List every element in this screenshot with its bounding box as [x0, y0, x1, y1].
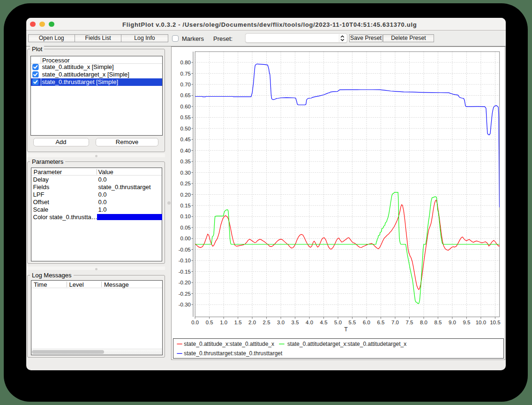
- svg-text:0.35: 0.35: [180, 159, 191, 164]
- svg-text:5.5: 5.5: [349, 320, 356, 325]
- svg-text:0.00: 0.00: [180, 236, 191, 241]
- svg-text:1.5: 1.5: [234, 320, 242, 325]
- svg-text:1.0: 1.0: [220, 320, 227, 325]
- svg-text:4.0: 4.0: [306, 320, 313, 325]
- svg-text:-0.20: -0.20: [179, 280, 191, 285]
- svg-text:-0.25: -0.25: [179, 291, 191, 297]
- svg-text:6.5: 6.5: [377, 320, 385, 325]
- svg-text:0.0: 0.0: [191, 320, 199, 325]
- svg-text:-0.05: -0.05: [179, 247, 191, 252]
- svg-text:state_0.attitudetarget_x:state: state_0.attitudetarget_x:state_0.attitud…: [287, 341, 406, 347]
- svg-text:10.0: 10.0: [476, 320, 486, 325]
- svg-text:0.70: 0.70: [180, 82, 191, 87]
- svg-text:state_0.attitude_x:state_0.att: state_0.attitude_x:state_0.attitude_x: [184, 341, 274, 347]
- svg-text:8.5: 8.5: [434, 320, 442, 325]
- svg-text:0.20: 0.20: [180, 192, 191, 198]
- svg-text:8.0: 8.0: [420, 320, 427, 325]
- svg-text:9.5: 9.5: [463, 320, 470, 325]
- svg-text:0.75: 0.75: [180, 71, 191, 76]
- svg-text:-0.10: -0.10: [179, 258, 191, 263]
- svg-text:state_0.thrusttarget:state_0.t: state_0.thrusttarget:state_0.thrusttarge…: [184, 350, 283, 357]
- svg-text:2.5: 2.5: [263, 320, 270, 325]
- svg-text:7.5: 7.5: [406, 320, 413, 325]
- svg-text:2.0: 2.0: [248, 320, 256, 325]
- svg-text:0.50: 0.50: [180, 126, 191, 131]
- svg-text:-0.15: -0.15: [179, 269, 191, 275]
- svg-text:0.30: 0.30: [180, 170, 191, 176]
- svg-text:10.5: 10.5: [490, 320, 500, 325]
- svg-text:0.60: 0.60: [180, 104, 191, 109]
- svg-text:0.15: 0.15: [180, 203, 191, 208]
- svg-text:0.65: 0.65: [180, 92, 191, 98]
- svg-text:3.5: 3.5: [292, 320, 299, 325]
- svg-text:6.0: 6.0: [363, 320, 370, 325]
- svg-text:0.80: 0.80: [180, 60, 191, 65]
- svg-text:0.5: 0.5: [206, 320, 213, 325]
- svg-text:T: T: [344, 326, 348, 333]
- svg-text:0.45: 0.45: [180, 137, 191, 142]
- svg-text:0.55: 0.55: [180, 115, 191, 120]
- svg-text:0.40: 0.40: [180, 148, 191, 153]
- svg-text:7.0: 7.0: [391, 320, 399, 325]
- svg-text:0.05: 0.05: [180, 225, 191, 230]
- svg-text:9.0: 9.0: [449, 320, 456, 325]
- svg-text:0.10: 0.10: [180, 214, 191, 219]
- svg-text:0.25: 0.25: [180, 181, 191, 186]
- svg-text:4.5: 4.5: [320, 320, 328, 325]
- svg-text:-0.30: -0.30: [179, 302, 191, 307]
- svg-text:5.0: 5.0: [334, 320, 342, 325]
- svg-text:3.0: 3.0: [277, 320, 285, 325]
